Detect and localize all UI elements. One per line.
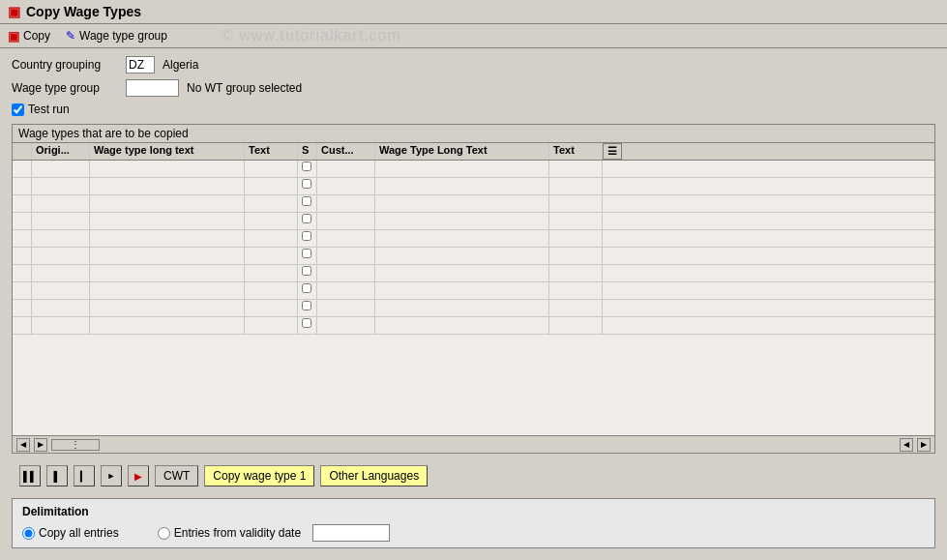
cell-longtextR [375,317,549,334]
cell-s [298,213,317,229]
icon-btn-4[interactable]: ► [101,465,122,486]
cell-orig [32,248,90,264]
table-row[interactable] [13,195,934,213]
cell-cust [317,195,375,212]
hscroll-right2-right-btn[interactable]: ▶ [917,438,931,452]
icon-btn-3[interactable]: ▎ [74,465,95,486]
wage-type-group-label: Wage type group [12,81,118,95]
cell-cust [317,248,375,264]
cell-longtext [90,195,245,212]
delimitation-radio-row: Copy all entries Entries from validity d… [22,524,925,542]
icon-btn-2[interactable]: ▌ [46,465,68,486]
country-grouping-label: Country grouping [12,58,118,72]
cell-longtext [90,248,245,264]
copy-all-entries-label: Copy all entries [39,526,119,540]
cell-cust [317,213,375,229]
copy-toolbar-btn[interactable]: ▣ Copy [8,29,50,44]
cell-longtext [90,282,245,299]
cell-s [298,300,317,316]
table-hscrollbar[interactable]: ◀ ▶ ⋮ ◀ ▶ [13,435,934,453]
hscroll-right-btn[interactable]: ▶ [34,438,47,452]
cell-s-checkbox[interactable] [302,249,311,258]
hscroll-right2-left-btn[interactable]: ◀ [900,438,913,452]
col-orig-header: Origi... [32,143,90,160]
main-window: ▣ Copy Wage Types ▣ Copy ✎ Wage type gro… [0,0,947,560]
cell-s-checkbox[interactable] [302,283,311,293]
copy-wage-type-button[interactable]: Copy wage type 1 [204,465,314,486]
hscroll-left-btn[interactable]: ◀ [16,438,30,452]
cell-orig [32,300,90,316]
cell-orig [32,161,90,177]
cell-s-checkbox[interactable] [302,266,311,276]
table-row[interactable] [13,265,934,282]
cell-s-checkbox[interactable] [302,196,311,206]
cell-selector [13,248,32,264]
cell-longtextR [375,282,549,299]
cell-longtextR [375,178,549,194]
cell-selector [13,317,32,334]
cell-selector [13,161,32,177]
icon-btn-1[interactable]: ▌▌ [19,465,41,486]
table-row[interactable] [13,317,934,335]
country-code-input[interactable] [126,56,155,74]
table-row[interactable] [13,178,934,195]
wage-type-group-input[interactable] [126,79,179,97]
table-row[interactable] [13,282,934,300]
no-group-selected: No WT group selected [187,81,302,95]
cell-text [245,248,298,264]
table-row[interactable] [13,230,934,248]
cell-textR [549,265,603,281]
cell-textR [549,161,603,177]
cell-orig [32,265,90,281]
cwt-button[interactable]: CWT [155,465,198,486]
icon-btn-5[interactable]: ▶ [128,465,149,486]
cell-longtextR [375,213,549,229]
table-row[interactable] [13,213,934,230]
cell-s-checkbox[interactable] [302,318,311,328]
cell-longtextR [375,230,549,247]
cell-orig [32,178,90,194]
table-row[interactable] [13,248,934,265]
copy-toolbar-label: Copy [23,29,50,43]
cell-text [245,213,298,229]
cell-textR [549,248,603,264]
cell-textR [549,230,603,247]
cell-s [298,178,317,194]
table-wrapper: Origi... Wage type long text Text S Cust… [13,143,934,453]
cell-text [245,282,298,299]
cell-selector [13,178,32,194]
cell-orig [32,317,90,334]
cell-s-checkbox[interactable] [302,301,311,310]
cell-s [298,230,317,247]
table-row[interactable] [13,300,934,317]
wage-type-group-toolbar-btn[interactable]: ✎ Wage type group [66,29,167,43]
cell-s-checkbox[interactable] [302,214,311,223]
test-run-checkbox[interactable] [12,103,24,116]
wage-type-group-toolbar-label: Wage type group [79,29,167,43]
cell-orig [32,230,90,247]
col-selector-header [13,143,32,160]
wage-type-group-row: Wage type group No WT group selected [12,79,935,97]
cell-s [298,282,317,299]
col-settings-icon[interactable]: ☰ [603,143,622,160]
copy-all-entries-radio[interactable] [22,527,35,540]
watermark: © www.tutorialkart.com [222,27,401,44]
copy-all-entries-item: Copy all entries [22,526,119,540]
col-longtext-header: Wage type long text [90,143,245,160]
content-area: Country grouping Algeria Wage type group… [0,48,947,560]
table-row[interactable] [13,161,934,178]
other-languages-button[interactable]: Other Languages [320,465,428,486]
test-run-row: Test run [12,103,935,116]
hscroll-center-marker[interactable]: ⋮ [51,439,100,451]
cell-s-checkbox[interactable] [302,179,311,189]
cell-s [298,248,317,264]
cell-longtext [90,213,245,229]
col-longtextR-header: Wage Type Long Text [375,143,549,160]
cell-s-checkbox[interactable] [302,231,311,241]
delimitation-section: Delimitation Copy all entries Entries fr… [12,498,935,548]
entries-from-validity-item: Entries from validity date [158,524,390,542]
cell-s-checkbox[interactable] [302,162,311,171]
validity-date-input[interactable] [312,524,390,542]
copy-toolbar-icon: ▣ [8,29,19,44]
entries-from-validity-radio[interactable] [158,527,170,540]
